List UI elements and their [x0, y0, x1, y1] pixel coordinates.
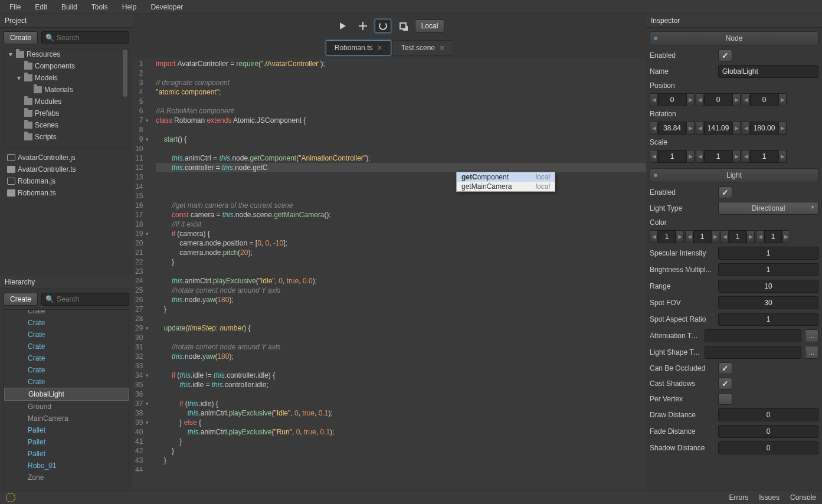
- specular-input[interactable]: [718, 247, 818, 260]
- color-dec[interactable]: ◀: [756, 230, 764, 243]
- scale-dec[interactable]: ◀: [650, 150, 658, 163]
- hierarchy-item-pallet[interactable]: Pallet: [4, 448, 129, 460]
- tree-item-scripts[interactable]: Scripts: [4, 131, 129, 143]
- hierarchy-item-globallight[interactable]: GlobalLight: [4, 388, 129, 401]
- hierarchy-create-button[interactable]: Create: [4, 293, 38, 306]
- code-editor[interactable]: 1234567891011121314151617181920212223242…: [133, 58, 646, 490]
- shadows-checkbox[interactable]: [718, 378, 732, 390]
- issues-tab[interactable]: Issues: [759, 493, 780, 502]
- occluded-checkbox[interactable]: [718, 362, 732, 374]
- hierarchy-item-crate[interactable]: Crate: [4, 329, 129, 341]
- project-create-button[interactable]: Create: [4, 31, 38, 44]
- menu-build[interactable]: Build: [54, 3, 84, 11]
- position-dec[interactable]: ◀: [696, 93, 704, 106]
- project-search[interactable]: 🔍: [41, 31, 129, 44]
- tree-item-modules[interactable]: Modules: [4, 96, 129, 107]
- close-icon[interactable]: ×: [440, 43, 444, 53]
- rotation-inc[interactable]: ▶: [778, 122, 787, 135]
- hierarchy-item-crate[interactable]: Crate: [4, 309, 129, 317]
- hierarchy-item-ground[interactable]: Ground: [4, 401, 129, 413]
- scale-inc[interactable]: ▶: [732, 150, 741, 163]
- scrollbar[interactable]: [123, 50, 127, 97]
- node-name-input[interactable]: [718, 65, 818, 78]
- project-search-input[interactable]: [57, 34, 125, 42]
- scale-inc[interactable]: ▶: [778, 150, 787, 163]
- tree-item-resources[interactable]: ▾Resources: [4, 48, 129, 60]
- fadedist-input[interactable]: [718, 425, 818, 438]
- lightshape-input[interactable]: [705, 346, 801, 359]
- rotation-value[interactable]: 141.09: [704, 122, 732, 135]
- rotation-dec[interactable]: ◀: [696, 122, 704, 135]
- attenuation-browse-button[interactable]: ...: [805, 329, 818, 342]
- color-value[interactable]: 1: [693, 230, 711, 243]
- hierarchy-item-robo_01[interactable]: Robo_01: [4, 460, 129, 472]
- scale-value[interactable]: 1: [658, 150, 686, 163]
- color-value[interactable]: 1: [729, 230, 746, 243]
- autocomplete-item[interactable]: getMainCameralocal: [457, 182, 555, 191]
- color-dec[interactable]: ◀: [685, 230, 693, 243]
- scale-value[interactable]: 1: [750, 150, 778, 163]
- autocomplete-item[interactable]: getComponentlocal: [457, 172, 555, 182]
- move-tool-button[interactable]: [355, 19, 371, 33]
- file-item[interactable]: Roboman.ts: [4, 187, 129, 199]
- rotate-tool-button[interactable]: [375, 19, 391, 33]
- menu-edit[interactable]: Edit: [28, 3, 54, 11]
- position-inc[interactable]: ▶: [732, 93, 741, 106]
- color-inc[interactable]: ▶: [711, 230, 719, 243]
- tree-item-components[interactable]: Components: [4, 60, 129, 72]
- hierarchy-item-crate[interactable]: Crate: [4, 341, 129, 352]
- menu-help[interactable]: Help: [115, 3, 144, 11]
- tree-item-scenes[interactable]: Scenes: [4, 119, 129, 131]
- node-enabled-checkbox[interactable]: [718, 50, 732, 61]
- color-dec[interactable]: ◀: [721, 230, 729, 243]
- hierarchy-item-pallet[interactable]: Pallet: [4, 436, 129, 448]
- color-dec[interactable]: ◀: [650, 230, 658, 243]
- file-item[interactable]: AvatarController.ts: [4, 163, 129, 175]
- tab-test-scene[interactable]: Test.scene×: [392, 40, 454, 55]
- scale-dec[interactable]: ◀: [742, 150, 750, 163]
- hierarchy-item-maincamera[interactable]: MainCamera: [4, 413, 129, 424]
- rotation-value[interactable]: 38.84: [658, 122, 686, 135]
- tree-item-materials[interactable]: Materials: [4, 84, 129, 96]
- position-dec[interactable]: ◀: [650, 93, 658, 106]
- hierarchy-item-crate[interactable]: Crate: [4, 317, 129, 329]
- local-world-toggle[interactable]: Local: [415, 19, 445, 32]
- pervertex-checkbox[interactable]: [718, 393, 732, 405]
- rotation-value[interactable]: 180.00: [750, 122, 778, 135]
- range-input[interactable]: [718, 280, 818, 293]
- scale-value[interactable]: 1: [704, 150, 732, 163]
- position-dec[interactable]: ◀: [742, 93, 750, 106]
- color-inc[interactable]: ▶: [782, 230, 790, 243]
- file-item[interactable]: Roboman.js: [4, 175, 129, 187]
- rotation-dec[interactable]: ◀: [742, 122, 750, 135]
- console-tab[interactable]: Console: [790, 493, 816, 502]
- drawdist-input[interactable]: [718, 408, 818, 421]
- brightness-input[interactable]: [718, 263, 818, 276]
- fov-input[interactable]: [718, 296, 818, 309]
- scale-dec[interactable]: ◀: [696, 150, 704, 163]
- light-section-header[interactable]: Light: [650, 168, 818, 182]
- menu-tools[interactable]: Tools: [84, 3, 115, 11]
- hierarchy-item-pallet[interactable]: Pallet: [4, 424, 129, 436]
- hierarchy-item-crate[interactable]: Crate: [4, 352, 129, 364]
- position-inc[interactable]: ▶: [686, 93, 695, 106]
- aspect-input[interactable]: [718, 313, 818, 326]
- hierarchy-item-crate[interactable]: Crate: [4, 364, 129, 376]
- color-value[interactable]: 1: [764, 230, 782, 243]
- position-inc[interactable]: ▶: [778, 93, 787, 106]
- color-inc[interactable]: ▶: [676, 230, 684, 243]
- close-icon[interactable]: ×: [377, 43, 382, 53]
- scale-inc[interactable]: ▶: [686, 150, 695, 163]
- hierarchy-search[interactable]: 🔍: [41, 293, 129, 306]
- position-value[interactable]: 0: [658, 93, 686, 106]
- rotation-dec[interactable]: ◀: [650, 122, 658, 135]
- play-button[interactable]: [335, 19, 351, 33]
- scale-tool-button[interactable]: [395, 19, 411, 33]
- errors-tab[interactable]: Errors: [729, 493, 749, 502]
- hierarchy-search-input[interactable]: [57, 295, 125, 303]
- light-type-dropdown[interactable]: Directional: [718, 202, 818, 215]
- attenuation-input[interactable]: [705, 329, 801, 342]
- autocomplete-popup[interactable]: getComponentlocalgetMainCameralocal: [456, 172, 555, 192]
- hierarchy-item-zone[interactable]: Zone: [4, 472, 129, 483]
- rotation-inc[interactable]: ▶: [686, 122, 695, 135]
